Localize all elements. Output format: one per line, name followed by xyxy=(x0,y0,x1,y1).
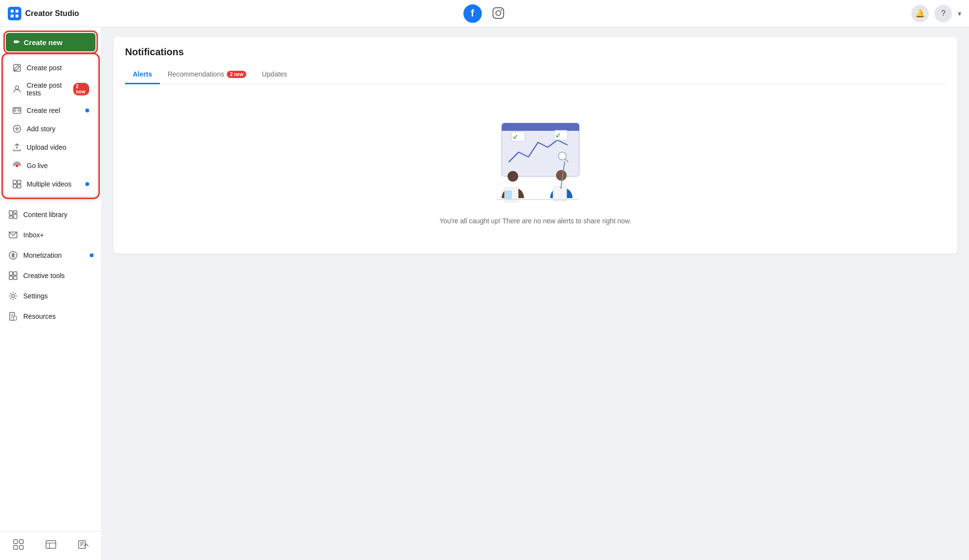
sidebar-item-monetization[interactable]: Monetization xyxy=(0,245,101,265)
creative-tools-label: Creative tools xyxy=(23,272,65,280)
svg-rect-22 xyxy=(14,211,17,213)
notifications-header: Notifications Alerts Recommendations 2 n… xyxy=(113,37,957,84)
upload-video-icon xyxy=(12,142,22,152)
create-post-label: Create post xyxy=(27,64,62,72)
create-new-button[interactable]: ✏ Create new xyxy=(6,33,95,51)
instagram-icon[interactable] xyxy=(492,6,506,21)
nav-actions: 🔔 ? ▾ xyxy=(911,5,961,22)
svg-rect-17 xyxy=(13,180,16,184)
sidebar-item-settings[interactable]: Settings xyxy=(0,286,101,306)
svg-rect-36 xyxy=(14,540,17,544)
create-reel-label: Create reel xyxy=(27,107,60,114)
sidebar-navigation: Content library Inbox+ xyxy=(0,201,101,531)
svg-point-5 xyxy=(496,11,501,16)
svg-point-6 xyxy=(501,9,502,11)
add-story-item[interactable]: Add story xyxy=(4,120,97,138)
app-title: Creator Studio xyxy=(25,9,79,18)
creative-tools-icon xyxy=(8,270,18,281)
multiple-videos-item[interactable]: Multiple videos xyxy=(4,175,97,193)
svg-rect-19 xyxy=(13,185,16,188)
sidebar-bottom-btn-1[interactable] xyxy=(7,535,30,556)
svg-rect-58 xyxy=(553,187,567,201)
sidebar-bottom-btn-3[interactable] xyxy=(72,535,95,556)
sidebar-bottom-btn-2[interactable] xyxy=(40,535,62,556)
upload-video-item[interactable]: Upload video xyxy=(4,138,97,156)
svg-rect-50 xyxy=(511,132,525,141)
go-live-label: Go live xyxy=(27,162,48,170)
create-post-item[interactable]: Create post xyxy=(4,59,97,77)
go-live-icon xyxy=(12,161,22,171)
svg-rect-51 xyxy=(554,130,568,140)
sidebar: ✏ Create new Create post xyxy=(0,27,102,560)
empty-state: You're all caught up! There are no new a… xyxy=(113,84,957,254)
multiple-videos-label: Multiple videos xyxy=(27,180,72,188)
create-reel-item[interactable]: Create reel xyxy=(4,101,97,120)
multiple-videos-icon xyxy=(12,179,22,189)
create-reel-dot xyxy=(85,109,89,112)
tab-alerts[interactable]: Alerts xyxy=(125,65,160,84)
sidebar-bottom-actions xyxy=(0,531,101,560)
svg-rect-3 xyxy=(16,15,18,17)
go-live-item[interactable]: Go live xyxy=(4,156,97,175)
sidebar-item-inbox[interactable]: Inbox+ xyxy=(0,225,101,245)
content-library-icon xyxy=(8,209,18,220)
help-button[interactable]: ? xyxy=(935,5,952,22)
empty-illustration xyxy=(468,113,604,205)
notifications-panel: Notifications Alerts Recommendations 2 n… xyxy=(113,37,957,254)
tab-recommendations-label: Recommendations xyxy=(168,70,224,78)
create-post-tests-item[interactable]: Create post tests 2 new xyxy=(4,77,97,101)
notifications-button[interactable]: 🔔 xyxy=(911,5,929,22)
svg-rect-56 xyxy=(506,191,511,199)
post-tests-badge: 2 new xyxy=(73,83,89,95)
empty-message: You're all caught up! There are no new a… xyxy=(440,217,632,225)
main-layout: ✏ Create new Create post xyxy=(0,27,969,560)
svg-rect-29 xyxy=(14,276,17,280)
facebook-icon[interactable]: f xyxy=(463,4,482,23)
svg-rect-38 xyxy=(14,545,17,549)
svg-rect-28 xyxy=(9,276,13,280)
top-navigation: Creator Studio f 🔔 ? ▾ xyxy=(0,0,969,27)
tab-alerts-label: Alerts xyxy=(133,70,152,78)
create-new-label: Create new xyxy=(24,38,63,47)
svg-point-30 xyxy=(12,295,15,297)
svg-rect-24 xyxy=(9,216,13,218)
notifications-tabs: Alerts Recommendations 2 new Updates xyxy=(125,65,946,84)
notifications-title: Notifications xyxy=(125,47,946,58)
sidebar-item-resources[interactable]: Resources xyxy=(0,306,101,327)
monetization-dot xyxy=(90,253,94,257)
svg-rect-39 xyxy=(19,545,23,549)
svg-rect-26 xyxy=(9,272,13,275)
platform-switcher: f xyxy=(463,4,506,23)
brand-logo[interactable]: Creator Studio xyxy=(8,7,79,20)
monetization-icon xyxy=(8,250,18,261)
settings-label: Settings xyxy=(23,292,48,300)
create-dropdown-menu: Create post Create post tests 2 new xyxy=(4,55,97,197)
svg-point-8 xyxy=(16,86,19,90)
svg-rect-4 xyxy=(493,8,504,18)
svg-point-57 xyxy=(556,170,567,181)
recommendations-badge: 2 new xyxy=(227,71,246,78)
main-content: Notifications Alerts Recommendations 2 n… xyxy=(102,27,969,560)
svg-rect-21 xyxy=(9,211,13,215)
add-story-icon xyxy=(12,124,22,134)
svg-rect-1 xyxy=(16,10,18,13)
svg-rect-37 xyxy=(19,540,23,544)
account-dropdown[interactable]: ▾ xyxy=(958,10,961,17)
tab-recommendations[interactable]: Recommendations 2 new xyxy=(160,65,254,84)
svg-point-10 xyxy=(14,109,16,111)
svg-rect-2 xyxy=(11,15,14,17)
brand-icon xyxy=(8,7,21,20)
resources-label: Resources xyxy=(23,312,56,320)
tab-updates-label: Updates xyxy=(262,70,287,78)
svg-rect-43 xyxy=(79,541,85,548)
create-reel-icon xyxy=(12,106,22,115)
tab-updates[interactable]: Updates xyxy=(254,65,295,84)
svg-point-11 xyxy=(18,109,20,111)
create-post-tests-label: Create post tests xyxy=(27,81,66,97)
svg-rect-49 xyxy=(502,129,579,131)
svg-rect-20 xyxy=(17,185,21,188)
resources-icon xyxy=(8,311,18,322)
create-new-icon: ✏ xyxy=(14,38,20,47)
sidebar-item-creative-tools[interactable]: Creative tools xyxy=(0,265,101,286)
sidebar-item-content-library[interactable]: Content library xyxy=(0,204,101,225)
